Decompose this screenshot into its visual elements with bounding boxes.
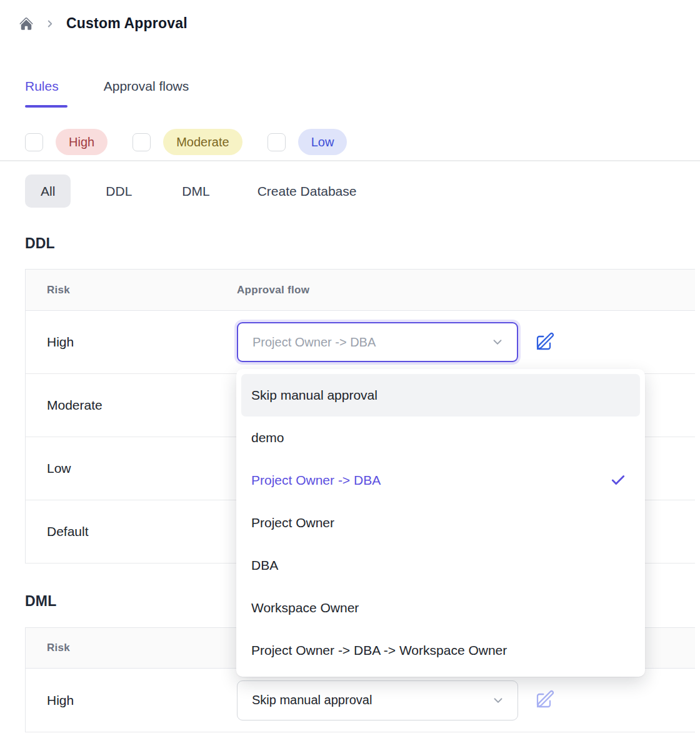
select-value: Skip manual approval: [252, 693, 491, 707]
option-label: Project Owner -> DBA: [251, 473, 381, 488]
edit-approval-flow-button[interactable]: [534, 689, 556, 712]
chevron-down-icon: [491, 335, 504, 349]
risk-filter-high: High: [25, 129, 108, 155]
dropdown-option-project-owner-dba[interactable]: Project Owner -> DBA: [236, 459, 645, 502]
tab-rules[interactable]: Rules: [25, 79, 59, 94]
risk-filter-low: Low: [268, 129, 348, 155]
dropdown-option-demo[interactable]: demo: [236, 417, 645, 459]
segment-ddl[interactable]: DDL: [106, 184, 132, 199]
ddl-high-approval-flow-select[interactable]: Project Owner -> DBA: [237, 322, 518, 362]
select-value: Project Owner -> DBA: [252, 335, 491, 350]
moderate-checkbox[interactable]: [132, 133, 151, 151]
dropdown-option-workspace-owner[interactable]: Workspace Owner: [236, 587, 645, 629]
edit-pencil-icon: [535, 689, 555, 711]
risk-cell: High: [26, 335, 237, 350]
horizontal-divider: [0, 160, 700, 161]
moderate-badge[interactable]: Moderate: [163, 129, 242, 155]
risk-filter-moderate: Moderate: [132, 129, 242, 155]
ddl-table-header: Risk Approval flow: [26, 270, 695, 311]
segment-create-database[interactable]: Create Database: [258, 184, 357, 199]
chevron-right-icon: [44, 18, 56, 29]
type-filter-bar: All DDL DML Create Database: [25, 174, 356, 208]
risk-cell: Default: [26, 524, 237, 539]
table-row-high: High Skip manual approval: [26, 669, 695, 732]
ddl-section-heading: DDL: [25, 235, 55, 252]
home-icon[interactable]: [19, 16, 34, 31]
custom-approval-page: Custom Approval Rules Approval flows Hig…: [0, 0, 700, 738]
risk-cell: High: [26, 693, 237, 708]
low-badge[interactable]: Low: [298, 129, 348, 155]
high-checkbox[interactable]: [25, 133, 43, 151]
check-icon: [610, 472, 626, 488]
breadcrumb: Custom Approval: [19, 15, 188, 32]
tab-bar: Rules Approval flows: [25, 79, 189, 94]
risk-cell: Moderate: [26, 398, 237, 413]
active-tab-indicator: [25, 105, 68, 108]
approval-flow-dropdown-menu: Skip manual approval demo Project Owner …: [236, 369, 645, 677]
risk-filter-row: High Moderate Low: [25, 129, 347, 155]
dml-high-approval-flow-select[interactable]: Skip manual approval: [237, 680, 518, 720]
table-row-high: High Project Owner -> DBA: [26, 311, 695, 374]
segment-dml[interactable]: DML: [182, 184, 209, 199]
tab-approval-flows[interactable]: Approval flows: [104, 79, 189, 94]
dml-section-heading: DML: [25, 593, 56, 610]
segment-all[interactable]: All: [25, 174, 71, 208]
page-title: Custom Approval: [66, 15, 188, 32]
risk-column-header: Risk: [26, 642, 237, 654]
dropdown-option-skip-manual-approval[interactable]: Skip manual approval: [241, 374, 640, 417]
edit-approval-flow-button[interactable]: [534, 331, 556, 353]
chevron-down-icon: [491, 694, 505, 707]
dropdown-option-dba[interactable]: DBA: [236, 544, 645, 587]
risk-cell: Low: [26, 461, 237, 476]
low-checkbox[interactable]: [268, 133, 286, 151]
dropdown-option-project-owner-dba-workspace-owner[interactable]: Project Owner -> DBA -> Workspace Owner: [236, 629, 645, 672]
dropdown-option-project-owner[interactable]: Project Owner: [236, 502, 645, 544]
approval-flow-column-header: Approval flow: [237, 284, 695, 296]
high-badge[interactable]: High: [56, 129, 108, 155]
risk-column-header: Risk: [26, 284, 237, 296]
edit-pencil-icon: [535, 331, 555, 353]
